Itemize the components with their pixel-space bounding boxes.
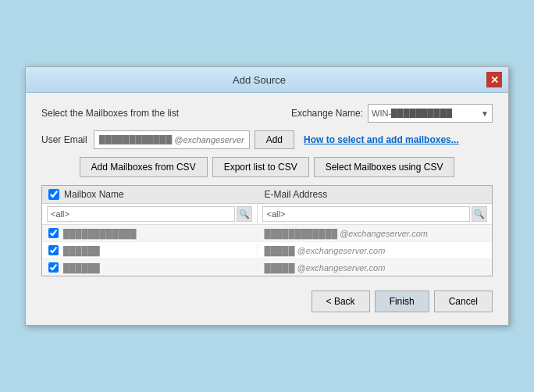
exchange-dropdown[interactable]: WIN-██████████ ▼ [368, 104, 493, 123]
mailbox-column-label: Mailbox Name [64, 189, 124, 200]
action-buttons-row: Add Mailboxes from CSV Export list to CS… [41, 157, 493, 177]
email-filter-cell: 🔍 [258, 204, 492, 224]
email-address: █████ @exchangeserver.com [264, 263, 385, 273]
exchange-value: WIN-██████████ [372, 109, 478, 118]
mailbox-name: ████████████ [63, 229, 137, 238]
add-mailboxes-csv-button[interactable]: Add Mailboxes from CSV [80, 157, 208, 177]
back-button[interactable]: < Back [312, 290, 370, 312]
help-link[interactable]: How to select and add mailboxes... [304, 134, 459, 145]
table-header: Mailbox Name E-Mail Address [42, 186, 492, 204]
table-row: ██████ █████ @exchangeserver.com [42, 242, 492, 259]
user-email-input[interactable] [94, 130, 250, 149]
mailbox-column-header: Mailbox Name [42, 189, 258, 200]
email-filter-input[interactable] [262, 206, 470, 222]
email-column-label: E-Mail Address [264, 189, 327, 200]
table-row: ████████████ ████████████ @exchangeserve… [42, 225, 492, 242]
mailbox-cell: ██████ [42, 244, 258, 257]
email-cell: ████████████ @exchangeserver.com [258, 226, 492, 240]
add-source-dialog: Add Source ✕ Select the Mailboxes from t… [25, 66, 509, 326]
select-mailboxes-csv-button[interactable]: Select Mailboxes using CSV [314, 157, 455, 177]
select-mailboxes-label: Select the Mailboxes from the list [41, 108, 179, 119]
mailbox-filter-cell: 🔍 [42, 204, 258, 224]
mailbox-name: ██████ [63, 263, 100, 273]
mailbox-cell: ██████ [42, 261, 258, 274]
email-address: █████ @exchangeserver.com [264, 246, 385, 255]
email-search-icon[interactable]: 🔍 [472, 206, 487, 222]
user-email-row: User Email Add How to select and add mai… [41, 130, 493, 149]
dialog-body: Select the Mailboxes from the list Excha… [26, 93, 508, 325]
top-row: Select the Mailboxes from the list Excha… [41, 104, 493, 123]
mailbox-table: Mailbox Name E-Mail Address 🔍 🔍 [41, 185, 493, 276]
row-checkbox[interactable] [48, 262, 59, 273]
email-address: ████████████ @exchangeserver.com [264, 229, 427, 238]
mailbox-name: ██████ [63, 246, 100, 255]
add-button[interactable]: Add [255, 130, 294, 149]
chevron-down-icon: ▼ [481, 109, 489, 118]
mailbox-search-icon[interactable]: 🔍 [237, 206, 252, 222]
table-row: ██████ █████ @exchangeserver.com [42, 259, 492, 276]
finish-button[interactable]: Finish [375, 290, 429, 312]
mailbox-cell: ████████████ [42, 226, 258, 240]
row-checkbox[interactable] [48, 245, 59, 255]
select-all-checkbox[interactable] [48, 189, 59, 200]
filter-row: 🔍 🔍 [42, 204, 492, 225]
dialog-title: Add Source [32, 74, 486, 86]
title-bar: Add Source ✕ [26, 67, 508, 93]
exchange-name-label: Exchange Name: [291, 108, 363, 119]
mailbox-filter-input[interactable] [47, 206, 235, 222]
email-cell: █████ @exchangeserver.com [258, 244, 492, 257]
export-list-csv-button[interactable]: Export list to CSV [212, 157, 309, 177]
row-checkbox[interactable] [48, 228, 59, 238]
bottom-buttons: < Back Finish Cancel [41, 284, 493, 314]
close-button[interactable]: ✕ [486, 72, 502, 87]
cancel-button[interactable]: Cancel [434, 290, 493, 312]
user-email-label: User Email [41, 134, 87, 145]
email-column-header: E-Mail Address [258, 189, 492, 200]
email-cell: █████ @exchangeserver.com [258, 261, 492, 274]
